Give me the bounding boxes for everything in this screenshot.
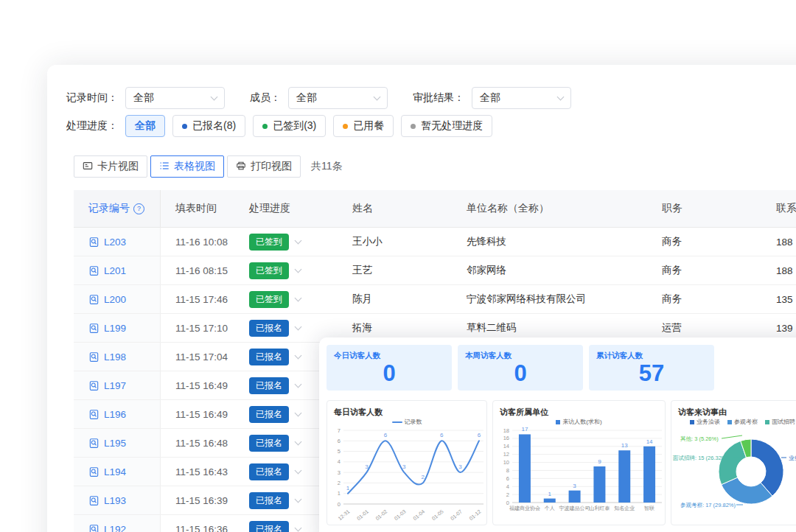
column-header: 处理进度	[234, 190, 338, 227]
svg-text:1: 1	[338, 490, 341, 497]
record-id-cell[interactable]: L193	[74, 486, 161, 514]
svg-text:01-03: 01-03	[394, 508, 407, 521]
record-id-cell[interactable]: L201	[74, 256, 161, 284]
svg-text:4: 4	[338, 458, 341, 465]
filter-select[interactable]: 全部	[472, 87, 571, 109]
view-button[interactable]: 打印视图	[227, 155, 301, 178]
filter-select[interactable]: 全部	[125, 87, 225, 109]
svg-text:5: 5	[338, 448, 341, 455]
legend-swatch-icon	[765, 420, 769, 424]
progress-filter-option[interactable]: 全部	[125, 115, 165, 137]
table-header-row: 记录编号?填表时间处理进度姓名单位名称（全称）职务联系	[74, 190, 796, 228]
record-preview-icon	[88, 237, 100, 248]
svg-text:1: 1	[548, 491, 552, 497]
fill-time-cell: 11-15 16:49	[161, 371, 234, 399]
fill-time: 11-15 16:39	[175, 495, 228, 506]
chevron-down-icon	[295, 410, 302, 417]
record-id-cell[interactable]: L192	[74, 515, 161, 532]
record-preview-icon	[88, 351, 100, 363]
filter-row-progress: 处理进度：全部已报名(8)已签到(3)已用餐暂无处理进度	[66, 115, 796, 137]
status-dropdown[interactable]: 已签到	[234, 228, 338, 256]
visit-reason-donut-chart: 访客来访事由业务洽谈参观考察面试招聘其他其他: 3 (5.26%)面试招聘: 1…	[671, 400, 796, 525]
record-id-cell[interactable]: L195	[74, 429, 161, 457]
chart-legend: 业务洽谈参观考察面试招聘其他	[671, 418, 796, 426]
progress-filter-option[interactable]: 已用餐	[333, 115, 394, 137]
table-row: L20311-16 10:08已签到王小小先锋科技商务188	[74, 228, 796, 256]
fill-time: 11-15 17:10	[175, 323, 228, 334]
company-cell: 邻家网络	[452, 256, 647, 284]
record-id-cell[interactable]: L200	[74, 285, 161, 313]
progress-filter-option[interactable]: 暂无处理进度	[401, 115, 492, 137]
legend-label: 记录数	[405, 418, 422, 426]
chart-cards: 每日访客人数记录数01234567112-31301-01601-02301-0…	[319, 391, 796, 525]
fill-time-cell: 11-16 08:15	[161, 256, 234, 284]
status-dropdown[interactable]: 已签到	[234, 256, 338, 284]
status-badge: 已报名	[249, 492, 289, 509]
legend-item: 记录数	[392, 418, 422, 426]
stat-card-value: 0	[327, 360, 452, 387]
record-id-cell[interactable]: L199	[74, 314, 161, 342]
svg-text:2: 2	[421, 474, 425, 480]
name-cell: 王艺	[338, 256, 452, 284]
svg-text:12-31: 12-31	[337, 508, 350, 521]
chevron-down-icon	[295, 295, 302, 302]
select-value: 全部	[133, 91, 154, 105]
fill-time-cell: 11-15 17:04	[161, 343, 234, 371]
view-button[interactable]: 卡片视图	[74, 155, 147, 178]
progress-filter-label: 已签到(3)	[273, 119, 316, 133]
fill-time-cell: 11-15 17:10	[161, 314, 234, 342]
svg-text:业务洽: 业务洽	[789, 455, 796, 461]
svg-text:其他: 3 (5.26%): 其他: 3 (5.26%)	[680, 435, 719, 442]
visitor-company-bar-chart: 访客所属单位来访人数(求和)02468101214161817福建商业协会1个人…	[492, 400, 666, 525]
column-header: 职务	[647, 190, 761, 227]
legend-label: 面试招聘	[772, 418, 795, 426]
svg-text:6: 6	[478, 432, 481, 438]
svg-text:7: 7	[338, 427, 341, 434]
progress-filter-option[interactable]: 已签到(3)	[253, 115, 326, 137]
record-preview-icon	[88, 380, 100, 391]
record-id-cell[interactable]: L203	[74, 228, 161, 256]
status-badge: 已报名	[249, 320, 289, 337]
line-chart-plot: 01234567112-31301-01601-02301-03201-0460…	[327, 426, 488, 526]
svg-text:12: 12	[503, 451, 509, 458]
filter-group: 成员：全部	[250, 87, 388, 109]
svg-text:01-07: 01-07	[450, 508, 463, 521]
legend-label: 参观考察	[734, 418, 758, 426]
svg-text:1: 1	[346, 485, 350, 491]
record-preview-icon	[88, 294, 100, 305]
filter-label: 成员：	[250, 91, 281, 105]
status-dot-icon	[411, 124, 416, 129]
phone-cell: 188	[761, 228, 796, 256]
stat-card-label: 累计访客人数	[596, 351, 643, 361]
status-badge: 已报名	[249, 406, 289, 423]
svg-text:10: 10	[503, 459, 509, 466]
column-header-label: 姓名	[352, 202, 373, 215]
legend-item: 参观考察	[727, 418, 758, 426]
svg-text:0: 0	[338, 501, 341, 508]
record-id: L201	[104, 265, 126, 276]
record-id-cell[interactable]: L194	[74, 458, 161, 486]
fill-time: 11-15 16:43	[175, 466, 228, 477]
chevron-down-icon	[295, 323, 302, 331]
record-id-cell[interactable]: L198	[74, 343, 161, 371]
column-header-label: 职务	[662, 202, 682, 215]
filter-select[interactable]: 全部	[288, 87, 388, 109]
table-row: L20011-15 17:46已签到陈月宁波邻家网络科技有限公司商务135	[74, 285, 796, 314]
fill-time-cell: 11-15 16:43	[161, 458, 234, 486]
fill-time: 11-15 17:04	[175, 351, 228, 363]
progress-filter-option[interactable]: 已报名(8)	[172, 115, 245, 137]
svg-text:01-04: 01-04	[412, 508, 425, 521]
svg-text:14: 14	[646, 438, 653, 445]
chevron-down-icon	[295, 438, 302, 446]
status-dropdown[interactable]: 已签到	[234, 285, 338, 313]
page-background: 记录时间：全部成员：全部审批结果：全部 处理进度：全部已报名(8)已签到(3)已…	[0, 0, 796, 532]
view-button[interactable]: 表格视图	[150, 155, 224, 178]
record-id: L197	[104, 380, 126, 391]
record-id-cell[interactable]: L197	[74, 371, 161, 399]
record-id-cell[interactable]: L196	[74, 400, 161, 428]
record-preview-icon	[88, 524, 100, 532]
help-icon[interactable]: ?	[133, 203, 144, 214]
fill-time: 11-16 08:15	[175, 265, 228, 276]
stat-card: 今日访客人数0	[327, 345, 452, 391]
svg-text:13: 13	[621, 442, 628, 449]
